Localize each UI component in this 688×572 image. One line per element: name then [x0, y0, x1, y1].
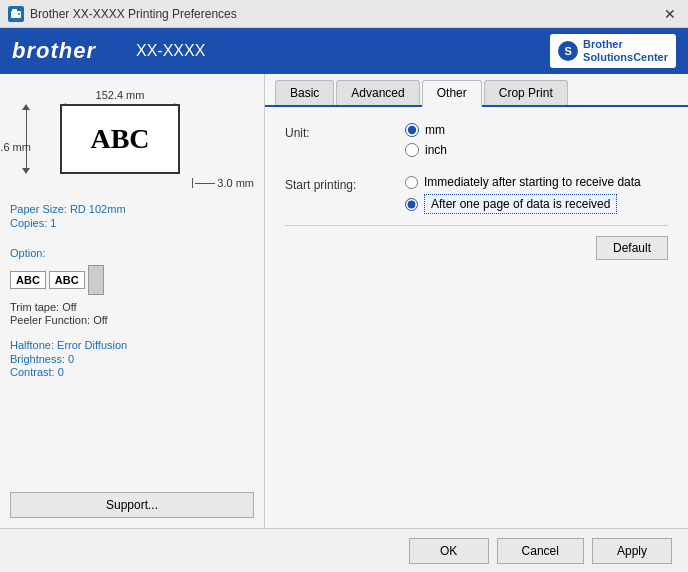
start-option-2-label: After one page of data is received [424, 197, 617, 211]
tab-cropprint[interactable]: Crop Print [484, 80, 568, 105]
model-name: XX-XXXX [136, 42, 205, 60]
unit-inch-row: inch [405, 143, 447, 157]
apply-button[interactable]: Apply [592, 538, 672, 564]
header-bar: brother XX-XXXX S Brother SolutionsCente… [0, 28, 688, 74]
height-dimension: 101.6 mm [0, 141, 31, 153]
peeler-function: Peeler Function: Off [10, 314, 254, 326]
start-option-1-radio[interactable] [405, 176, 418, 189]
tape-icon-1: ABC [10, 271, 46, 289]
unit-mm-row: mm [405, 123, 447, 137]
start-printing-options: Immediately after starting to receive da… [405, 175, 641, 211]
start-option-2-row: After one page of data is received [405, 197, 641, 211]
tab-other[interactable]: Other [422, 80, 482, 107]
tab-advanced[interactable]: Advanced [336, 80, 419, 105]
halftone: Halftone: Error Diffusion [10, 339, 254, 351]
right-panel: Basic Advanced Other Crop Print Unit: mm… [265, 74, 688, 528]
start-option-1-row: Immediately after starting to receive da… [405, 175, 641, 189]
unit-mm-label: mm [425, 123, 445, 137]
option-section: Option: ABC ABC Trim tape: Off Peeler Fu… [10, 247, 254, 327]
solutions-label: Brother SolutionsCenter [583, 38, 668, 64]
start-printing-row: Start printing: Immediately after starti… [285, 175, 668, 211]
paper-size: Paper Size: RD 102mm [10, 203, 254, 215]
tabs: Basic Advanced Other Crop Print [265, 74, 688, 107]
preview-container: 152.4 mm 101.6 mm ABC [10, 84, 254, 189]
info-section: Paper Size: RD 102mm Copies: 1 [10, 203, 254, 231]
preview-text: ABC [90, 123, 149, 155]
solutions-center-button[interactable]: S Brother SolutionsCenter [550, 34, 676, 68]
unit-controls: mm inch [405, 123, 447, 157]
option-label: Option: [10, 247, 254, 259]
start-option-2-text: After one page of data is received [424, 194, 617, 214]
cancel-button[interactable]: Cancel [497, 538, 584, 564]
unit-inch-radio[interactable] [405, 143, 419, 157]
title-bar: Brother XX-XXXX Printing Preferences ✕ [0, 0, 688, 28]
svg-rect-1 [12, 9, 17, 12]
start-option-2-radio[interactable] [405, 198, 418, 211]
ok-button[interactable]: OK [409, 538, 489, 564]
unit-label: Unit: [285, 123, 405, 140]
unit-row: Unit: mm inch [285, 123, 668, 157]
window-title: Brother XX-XXXX Printing Preferences [30, 7, 237, 21]
support-section: Support... [10, 482, 254, 518]
width-dimension: 152.4 mm [96, 89, 145, 101]
tab-basic[interactable]: Basic [275, 80, 334, 105]
start-option-1-label: Immediately after starting to receive da… [424, 175, 641, 189]
copies: Copies: 1 [10, 217, 254, 229]
tape-slider[interactable] [88, 265, 104, 295]
tape-icon-2: ABC [49, 271, 85, 289]
default-btn-row: Default [285, 236, 668, 260]
svg-point-2 [18, 13, 20, 15]
start-printing-label: Start printing: [285, 175, 405, 192]
margin-dimension: 3.0 mm [217, 177, 254, 189]
support-button[interactable]: Support... [10, 492, 254, 518]
preview-inner: 101.6 mm ABC 3.0 mm [60, 104, 254, 189]
preview-box: ABC [60, 104, 180, 174]
tape-icons: ABC ABC [10, 265, 254, 295]
brother-logo: brother [12, 38, 96, 64]
brightness: Brightness: 0 [10, 353, 254, 365]
halftone-section: Halftone: Error Diffusion Brightness: 0 … [10, 339, 254, 379]
trim-tape: Trim tape: Off [10, 301, 254, 313]
unit-mm-radio[interactable] [405, 123, 419, 137]
contrast: Contrast: 0 [10, 366, 254, 378]
tab-content-other: Unit: mm inch Start printing: [265, 107, 688, 528]
unit-inch-label: inch [425, 143, 447, 157]
app-icon [8, 6, 24, 22]
solutions-icon: S [558, 41, 578, 61]
default-button[interactable]: Default [596, 236, 668, 260]
divider [285, 225, 668, 226]
bottom-bar: OK Cancel Apply [0, 528, 688, 572]
left-panel: 152.4 mm 101.6 mm ABC [0, 74, 265, 528]
close-button[interactable]: ✕ [660, 4, 680, 24]
